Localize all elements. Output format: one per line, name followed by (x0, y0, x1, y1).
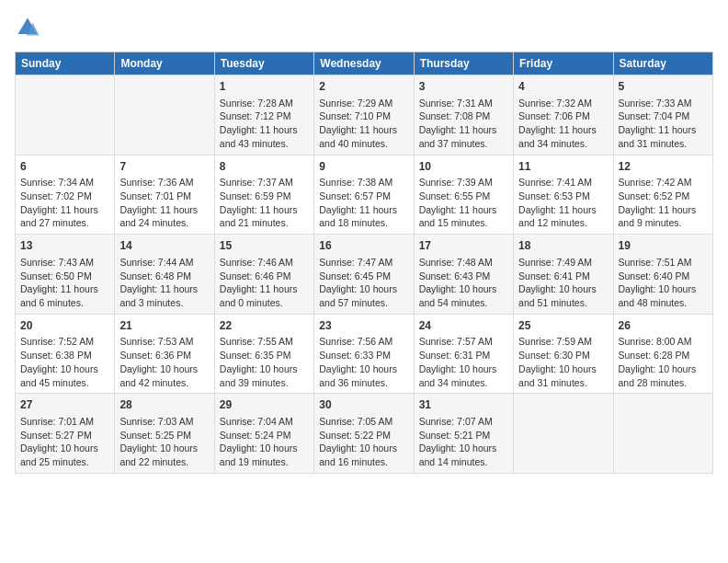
calendar-cell: 2Sunrise: 7:29 AM Sunset: 7:10 PM Daylig… (314, 75, 414, 155)
day-number: 18 (518, 238, 608, 254)
calendar-cell: 6Sunrise: 7:34 AM Sunset: 7:02 PM Daylig… (16, 155, 115, 235)
page-header (15, 15, 713, 40)
calendar-cell: 31Sunrise: 7:07 AM Sunset: 5:21 PM Dayli… (414, 394, 513, 474)
week-row-4: 20Sunrise: 7:52 AM Sunset: 6:38 PM Dayli… (16, 314, 713, 394)
day-number: 10 (419, 159, 508, 175)
week-row-1: 1Sunrise: 7:28 AM Sunset: 7:12 PM Daylig… (16, 75, 713, 155)
calendar-cell: 23Sunrise: 7:56 AM Sunset: 6:33 PM Dayli… (314, 314, 414, 394)
week-row-5: 27Sunrise: 7:01 AM Sunset: 5:27 PM Dayli… (16, 394, 713, 474)
day-number: 15 (220, 238, 309, 254)
day-number: 4 (518, 79, 608, 95)
cell-content: Sunrise: 7:49 AM Sunset: 6:41 PM Dayligh… (518, 257, 597, 308)
day-number: 9 (319, 159, 408, 175)
day-number: 13 (20, 238, 109, 254)
cell-content: Sunrise: 7:38 AM Sunset: 6:57 PM Dayligh… (319, 177, 397, 228)
cell-content: Sunrise: 7:32 AM Sunset: 7:06 PM Dayligh… (518, 98, 597, 149)
column-header-sunday: Sunday (16, 52, 115, 75)
day-number: 7 (119, 159, 209, 175)
cell-content: Sunrise: 8:00 AM Sunset: 6:28 PM Dayligh… (619, 336, 697, 387)
calendar-cell: 15Sunrise: 7:46 AM Sunset: 6:46 PM Dayli… (214, 235, 313, 315)
calendar-cell: 13Sunrise: 7:43 AM Sunset: 6:50 PM Dayli… (16, 235, 115, 315)
cell-content: Sunrise: 7:56 AM Sunset: 6:33 PM Dayligh… (319, 336, 397, 387)
day-number: 26 (619, 318, 708, 334)
cell-content: Sunrise: 7:48 AM Sunset: 6:43 PM Dayligh… (419, 257, 497, 308)
logo-icon (15, 15, 40, 40)
column-header-tuesday: Tuesday (214, 52, 313, 75)
day-number: 25 (518, 318, 608, 334)
cell-content: Sunrise: 7:36 AM Sunset: 7:01 PM Dayligh… (119, 177, 198, 228)
calendar-cell: 27Sunrise: 7:01 AM Sunset: 5:27 PM Dayli… (16, 394, 115, 474)
day-number: 2 (319, 79, 408, 95)
calendar-cell: 8Sunrise: 7:37 AM Sunset: 6:59 PM Daylig… (214, 155, 313, 235)
cell-content: Sunrise: 7:41 AM Sunset: 6:53 PM Dayligh… (518, 177, 597, 228)
column-header-monday: Monday (115, 52, 214, 75)
cell-content: Sunrise: 7:47 AM Sunset: 6:45 PM Dayligh… (319, 257, 397, 308)
calendar-cell: 7Sunrise: 7:36 AM Sunset: 7:01 PM Daylig… (115, 155, 214, 235)
day-number: 11 (518, 159, 608, 175)
calendar-cell (16, 75, 115, 155)
cell-content: Sunrise: 7:46 AM Sunset: 6:46 PM Dayligh… (220, 257, 298, 308)
calendar-table: SundayMondayTuesdayWednesdayThursdayFrid… (15, 52, 713, 474)
calendar-cell: 19Sunrise: 7:51 AM Sunset: 6:40 PM Dayli… (613, 235, 712, 315)
cell-content: Sunrise: 7:52 AM Sunset: 6:38 PM Dayligh… (20, 336, 98, 387)
cell-content: Sunrise: 7:29 AM Sunset: 7:10 PM Dayligh… (319, 98, 397, 149)
cell-content: Sunrise: 7:44 AM Sunset: 6:48 PM Dayligh… (119, 257, 198, 308)
day-number: 14 (119, 238, 209, 254)
day-number: 19 (619, 238, 708, 254)
day-number: 12 (619, 159, 708, 175)
calendar-cell: 5Sunrise: 7:33 AM Sunset: 7:04 PM Daylig… (613, 75, 712, 155)
calendar-cell: 24Sunrise: 7:57 AM Sunset: 6:31 PM Dayli… (414, 314, 513, 394)
cell-content: Sunrise: 7:28 AM Sunset: 7:12 PM Dayligh… (220, 98, 298, 149)
day-number: 28 (119, 397, 209, 413)
cell-content: Sunrise: 7:34 AM Sunset: 7:02 PM Dayligh… (20, 177, 98, 228)
day-number: 24 (419, 318, 508, 334)
calendar-cell: 3Sunrise: 7:31 AM Sunset: 7:08 PM Daylig… (414, 75, 513, 155)
calendar-cell: 1Sunrise: 7:28 AM Sunset: 7:12 PM Daylig… (214, 75, 313, 155)
column-header-wednesday: Wednesday (314, 52, 414, 75)
calendar-cell: 11Sunrise: 7:41 AM Sunset: 6:53 PM Dayli… (514, 155, 613, 235)
calendar-cell: 25Sunrise: 7:59 AM Sunset: 6:30 PM Dayli… (514, 314, 613, 394)
cell-content: Sunrise: 7:31 AM Sunset: 7:08 PM Dayligh… (419, 98, 497, 149)
cell-content: Sunrise: 7:43 AM Sunset: 6:50 PM Dayligh… (20, 257, 98, 308)
week-row-3: 13Sunrise: 7:43 AM Sunset: 6:50 PM Dayli… (16, 235, 713, 315)
column-header-thursday: Thursday (414, 52, 513, 75)
day-number: 17 (419, 238, 508, 254)
calendar-cell: 17Sunrise: 7:48 AM Sunset: 6:43 PM Dayli… (414, 235, 513, 315)
day-number: 30 (319, 397, 408, 413)
week-row-2: 6Sunrise: 7:34 AM Sunset: 7:02 PM Daylig… (16, 155, 713, 235)
cell-content: Sunrise: 7:04 AM Sunset: 5:24 PM Dayligh… (220, 416, 298, 467)
logo (15, 15, 44, 40)
calendar-cell: 4Sunrise: 7:32 AM Sunset: 7:06 PM Daylig… (514, 75, 613, 155)
day-number: 21 (119, 318, 209, 334)
calendar-cell: 12Sunrise: 7:42 AM Sunset: 6:52 PM Dayli… (613, 155, 712, 235)
day-number: 31 (419, 397, 508, 413)
calendar-cell: 21Sunrise: 7:53 AM Sunset: 6:36 PM Dayli… (115, 314, 214, 394)
calendar-cell: 16Sunrise: 7:47 AM Sunset: 6:45 PM Dayli… (314, 235, 414, 315)
cell-content: Sunrise: 7:05 AM Sunset: 5:22 PM Dayligh… (319, 416, 397, 467)
cell-content: Sunrise: 7:01 AM Sunset: 5:27 PM Dayligh… (20, 416, 98, 467)
calendar-cell: 22Sunrise: 7:55 AM Sunset: 6:35 PM Dayli… (214, 314, 313, 394)
column-header-saturday: Saturday (613, 52, 712, 75)
calendar-cell (613, 394, 712, 474)
calendar-cell: 30Sunrise: 7:05 AM Sunset: 5:22 PM Dayli… (314, 394, 414, 474)
cell-content: Sunrise: 7:51 AM Sunset: 6:40 PM Dayligh… (619, 257, 697, 308)
cell-content: Sunrise: 7:53 AM Sunset: 6:36 PM Dayligh… (119, 336, 198, 387)
calendar-cell (115, 75, 214, 155)
cell-content: Sunrise: 7:39 AM Sunset: 6:55 PM Dayligh… (419, 177, 497, 228)
calendar-cell (514, 394, 613, 474)
day-number: 5 (619, 79, 708, 95)
calendar-cell: 28Sunrise: 7:03 AM Sunset: 5:25 PM Dayli… (115, 394, 214, 474)
day-number: 29 (220, 397, 309, 413)
cell-content: Sunrise: 7:42 AM Sunset: 6:52 PM Dayligh… (619, 177, 697, 228)
day-number: 23 (319, 318, 408, 334)
cell-content: Sunrise: 7:03 AM Sunset: 5:25 PM Dayligh… (119, 416, 198, 467)
cell-content: Sunrise: 7:59 AM Sunset: 6:30 PM Dayligh… (518, 336, 597, 387)
day-number: 6 (20, 159, 109, 175)
column-header-friday: Friday (514, 52, 613, 75)
day-number: 20 (20, 318, 109, 334)
calendar-cell: 14Sunrise: 7:44 AM Sunset: 6:48 PM Dayli… (115, 235, 214, 315)
day-number: 1 (220, 79, 309, 95)
day-number: 22 (220, 318, 309, 334)
calendar-cell: 20Sunrise: 7:52 AM Sunset: 6:38 PM Dayli… (16, 314, 115, 394)
day-number: 3 (419, 79, 508, 95)
